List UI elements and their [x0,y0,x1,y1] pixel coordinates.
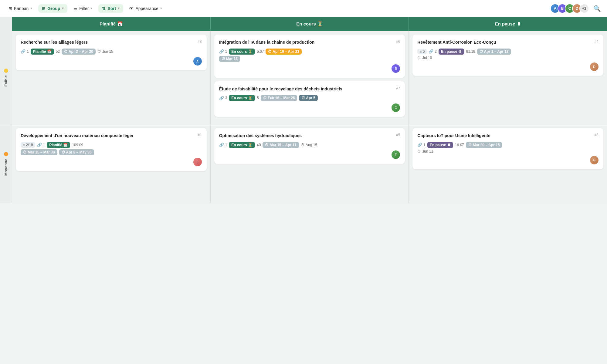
score: 6.67 [257,49,264,54]
attachments: 🔗 1 [417,143,426,147]
attachments: 🔗 2 [429,49,437,54]
group-label: Group [47,6,60,11]
col-header-encours: En cours ⏳ [211,17,409,31]
score: 109.09 [72,143,83,147]
priority-dot-faible [4,69,8,73]
due-date: ⏱ Jul 10 [417,56,432,60]
date-range-2: ⏱ Apr 8 – May 30 [59,149,94,155]
header-spacer [0,17,12,31]
due-date: ⏱ Aug 15 [301,143,317,147]
card-optimisation: Optimisation des systèmes hydrauliques #… [214,128,405,164]
search-button[interactable]: 🔍 [592,4,602,13]
card-id: #5 [396,133,400,137]
card-revetement: Revêtement Anti-Corrosion Éco-Conçu #4 ≡… [412,35,603,76]
card-meta: 🔗 1 En cours ⏳ 40 ⏱ Mar 15 – Apr 11 ⏱ Au… [219,142,400,148]
card-id: #7 [396,86,400,90]
status-badge: En pause ⏸ [427,142,453,148]
avatar-count[interactable]: +2 [579,4,589,13]
priority-dot-moyenne [4,152,8,156]
card-avatar: A [193,57,202,66]
card-id: #1 [198,133,202,137]
card-avatar: E [193,158,202,166]
moyenne-columns: Développement d'un nouveau matériau comp… [12,124,607,203]
score: 91.19 [466,49,475,54]
card-meta-2: ⏱ Jul 10 [417,56,599,60]
score: 5 [257,96,259,100]
card-capteurs-iot: Capteurs IoT pour Usine Intelligente #3 … [412,128,603,169]
card-meta: 🔗 3 En cours ⏳ 5 ⏱ Feb 16 – Mar 26 ⏱ Apr… [219,95,400,101]
list-badge: ≡ 6 [417,49,427,54]
date-range: ⏱ Mar 15 – Apr 11 [263,142,299,148]
avatar-group: A B C D +2 [550,4,589,13]
attachments: 🔗 1 [219,143,227,147]
status-badge: En cours ⏳ [229,95,255,101]
filter-label: Filter [79,6,89,11]
appearance-button[interactable]: 👁 Appearance ▾ [126,4,166,13]
col-header-planifie: Planifié 📅 [12,17,211,31]
card-integration-ia: Intégration de l'IA dans la chaîne de pr… [214,35,405,78]
sort-button[interactable]: ⇅ Sort ▾ [98,4,123,13]
card-meta: ≡ 6 🔗 2 En pause ⏸ 91.19 ⏱ Apr 1 – Apr 1… [417,49,599,55]
col-faible-planifie: Recherche sur les alliages légers #8 🔗 1… [12,31,211,124]
date-range: ⏱ Mar 20 – Apr 15 [466,142,502,148]
card-avatar: G [590,156,599,164]
priority-text-moyenne: Moyenne [4,159,8,176]
col-header-enpause: En pause ⏸ [409,17,607,31]
card-title: Capteurs IoT pour Usine Intelligente [417,133,592,139]
kanban-icon: ⊞ [8,6,12,11]
toolbar-right: A B C D +2 🔍 [550,4,602,13]
attachments: 🔗 1 [21,49,29,54]
card-developpement: Développement d'un nouveau matériau comp… [16,128,207,171]
sort-chevron: ▾ [118,6,120,10]
card-id: #6 [396,39,400,44]
faible-columns: Recherche sur les alliages légers #8 🔗 1… [12,31,607,124]
group-icon: ⊞ [42,6,46,11]
card-title: Recherche sur les alliages légers [21,39,195,46]
card-etude-faisabilite: Étude de faisabilité pour le recyclage d… [214,81,405,117]
card-recherche-alliages: Recherche sur les alliages légers #8 🔗 1… [16,35,207,70]
date-range: ⏱ Feb 16 – Mar 26 [261,95,297,101]
date-range: ⏱ Apr 10 – Apr 23 [266,49,301,55]
card-header: Étude de faisabilité pour le recyclage d… [219,86,400,92]
filter-icon: ⚌ [73,6,77,11]
priority-row-moyenne: Moyenne Développement d'un nouveau matér… [0,124,607,203]
card-meta: ≡ 2/10 🔗 1 Planifié 📅 109.09 [21,142,202,148]
card-header: Capteurs IoT pour Usine Intelligente #3 [417,133,599,139]
card-meta: 🔗 1 En cours ⏳ 6.67 ⏱ Apr 10 – Apr 23 [219,49,400,55]
appearance-label: Appearance [135,6,158,11]
card-meta: 🔗 1 En pause ⏸ 16.67 ⏱ Mar 20 – Apr 15 [417,142,599,148]
card-avatar: D [590,62,599,71]
filter-button[interactable]: ⚌ Filter ▾ [70,4,96,13]
card-header: Revêtement Anti-Corrosion Éco-Conçu #4 [417,39,599,46]
col-faible-encours: Intégration de l'IA dans la chaîne de pr… [211,31,409,124]
kanban-button[interactable]: ⊞ Kanban ▾ [5,4,36,13]
card-title: Étude de faisabilité pour le recyclage d… [219,86,394,92]
priority-text-faible: Faible [4,75,8,87]
priority-row-faible: Faible Recherche sur les alliages légers… [0,31,607,124]
card-header: Intégration de l'IA dans la chaîne de pr… [219,39,400,46]
subtasks-badge: ≡ 2/10 [21,142,35,148]
status-badge: En cours ⏳ [229,49,255,55]
group-button[interactable]: ⊞ Group ▾ [38,4,67,13]
card-title: Développement d'un nouveau matériau comp… [21,133,195,139]
card-meta-2: ⏱ Mar 16 [219,56,400,62]
kanban-label: Kanban [14,6,29,11]
card-id: #4 [595,39,599,44]
card-meta-2: ⏱ Jun 11 [417,149,599,153]
attachments: 🔗 1 [37,143,45,147]
card-avatar: C [392,103,400,112]
status-badge: En cours ⏳ [229,142,255,148]
kanban-board: Planifié 📅 En cours ⏳ En pause ⏸ Faible … [0,17,607,203]
attachments: 🔗 3 [219,96,227,100]
status-badge: Planifié 📅 [47,142,70,148]
card-id: #3 [595,133,599,137]
card-meta-2: ⏱ Mar 15 – Mar 30 ⏱ Apr 8 – May 30 [21,149,202,155]
kanban-chevron: ▾ [30,6,32,10]
toolbar: ⊞ Kanban ▾ ⊞ Group ▾ ⚌ Filter ▾ ⇅ Sort ▾… [0,0,607,17]
due-date: ⏱ Jun 15 [97,49,113,54]
sort-icon: ⇅ [102,6,106,11]
card-header: Développement d'un nouveau matériau comp… [21,133,202,139]
filter-chevron: ▾ [90,6,92,10]
sort-label: Sort [107,6,116,11]
status-badge: En pause ⏸ [439,49,464,55]
